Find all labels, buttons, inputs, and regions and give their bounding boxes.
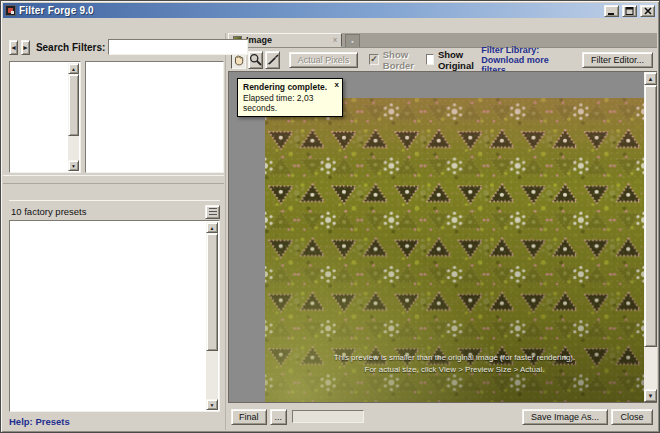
show-original-checkbox[interactable]: Show Original	[426, 49, 477, 71]
preset-scrollbar[interactable]: ▲ ▼	[206, 222, 218, 410]
panel-tabs	[9, 184, 224, 201]
scroll-down-icon[interactable]: ▼	[206, 399, 218, 410]
search-filters-label: Search Filters:	[36, 42, 105, 53]
preset-options-button[interactable]	[205, 205, 220, 219]
tree-scrollbar[interactable]: ▲ ▼	[68, 63, 79, 171]
image-toolbar: Actual Pixels ✓ Show Border Show Origina…	[228, 48, 657, 71]
scrollbar-track[interactable]	[206, 351, 218, 399]
presets-header: 10 factory presets	[9, 201, 224, 220]
minimize-button[interactable]	[604, 5, 619, 17]
scroll-up-icon[interactable]: ▲	[644, 72, 657, 85]
quality-more-button[interactable]: ...	[270, 409, 288, 425]
render-progress-bar	[292, 410, 364, 423]
right-pane: Image x ▪ Actual Pixels ✓	[228, 33, 657, 430]
show-original-label: Show Original	[438, 49, 477, 71]
scrollbar-track[interactable]	[644, 347, 657, 389]
close-image-button[interactable]: Close	[611, 409, 653, 425]
app-icon	[5, 5, 16, 16]
zoom-tool-button[interactable]	[248, 51, 263, 69]
scroll-down-icon[interactable]: ▼	[644, 389, 657, 402]
preview-hint-line2: For actual size, click View > Preview Si…	[265, 364, 644, 376]
search-row: ◄ ► Search Filters:	[9, 36, 224, 58]
checkbox-empty[interactable]	[426, 54, 434, 65]
nav-back-button[interactable]: ◄	[9, 40, 18, 55]
collapsed-tab-stub[interactable]: ▪	[345, 34, 360, 47]
menu-bar	[3, 18, 657, 33]
category-tree: ▲ ▼	[9, 61, 81, 173]
tooltip-elapsed-time: Elapsed time: 2,03 seconds.	[243, 93, 337, 113]
horizontal-splitter[interactable]	[3, 175, 224, 184]
scrollbar-thumb[interactable]	[644, 85, 657, 347]
preview-area: This preview is smaller than the origina…	[228, 71, 657, 403]
scrollbar-track[interactable]	[68, 136, 79, 160]
nav-forward-button[interactable]: ►	[21, 40, 30, 55]
title-bar: Filter Forge 9.0	[3, 3, 657, 18]
render-complete-tooltip: Rendering complete. Elapsed time: 2,03 s…	[237, 78, 343, 117]
show-border-checkbox: ✓ Show Border	[369, 49, 415, 71]
preview-hint-text: This preview is smaller than the origina…	[265, 352, 644, 376]
left-panel: ◄ ► Search Filters: ▲ ▼	[3, 33, 225, 430]
tab-close-icon[interactable]: x	[333, 36, 337, 44]
filter-list	[85, 61, 224, 173]
menu-icon	[209, 208, 217, 215]
scrollbar-thumb[interactable]	[206, 233, 218, 351]
final-quality-button[interactable]: Final	[231, 409, 267, 425]
tooltip-close-icon[interactable]: x	[335, 81, 339, 89]
magnifier-icon	[249, 53, 262, 66]
help-presets-link[interactable]: Help: Presets	[9, 416, 70, 427]
tab-image-label: Image	[246, 35, 329, 45]
eyedropper-tool-button[interactable]	[265, 51, 280, 69]
scroll-down-icon[interactable]: ▼	[68, 160, 79, 171]
download-more-filters-link[interactable]: Filter Library: Download more filters	[481, 45, 572, 75]
scrollbar-thumb[interactable]	[68, 74, 79, 136]
app-window: Filter Forge 9.0 ◄ ► Search Filters: ▲	[0, 0, 660, 433]
close-button[interactable]	[640, 5, 655, 17]
maximize-button[interactable]	[622, 5, 637, 17]
bottom-bar: Final ... Save Image As... Close	[228, 403, 657, 430]
image-tab-strip: Image x ▪	[228, 33, 657, 48]
checkbox-check-icon: ✓	[369, 54, 379, 65]
search-input[interactable]	[108, 39, 248, 55]
preview-vertical-scrollbar[interactable]: ▲ ▼	[644, 72, 657, 402]
preset-panel: ▲ ▼	[9, 220, 220, 412]
show-border-label: Show Border	[383, 49, 416, 71]
kaleidoscope-image[interactable]: This preview is smaller than the origina…	[265, 98, 644, 402]
eyedropper-icon	[266, 53, 279, 66]
preset-count-label: 10 factory presets	[11, 206, 205, 217]
scroll-up-icon[interactable]: ▲	[68, 63, 79, 74]
filter-editor-button[interactable]: Filter Editor...	[582, 52, 653, 68]
scroll-up-icon[interactable]: ▲	[206, 222, 218, 233]
tooltip-title: Rendering complete.	[243, 82, 337, 92]
save-image-as-button[interactable]: Save Image As...	[522, 409, 608, 425]
window-title: Filter Forge 9.0	[19, 5, 601, 16]
actual-pixels-button: Actual Pixels	[289, 52, 359, 68]
preview-hint-line1: This preview is smaller than the origina…	[265, 352, 644, 364]
